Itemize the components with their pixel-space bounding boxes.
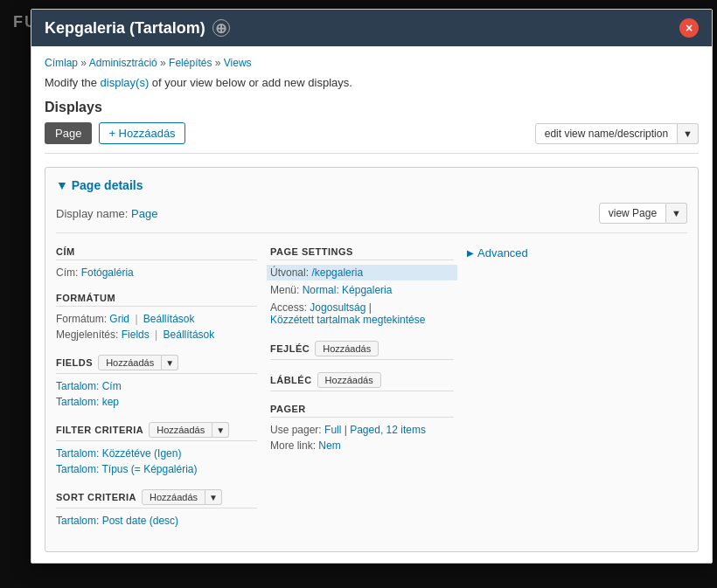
page-details-title[interactable]: Page details [56,178,143,192]
filter-item-1-link[interactable]: Tartalom: Típus (= Képgaléria) [56,463,198,475]
page-button[interactable]: Page [45,122,92,144]
edit-view-button[interactable]: edit view name/description [535,123,678,144]
more-link-row: More link: Nem [270,438,454,453]
filter-add-button[interactable]: Hozzáadás [149,422,212,438]
settings-columns: CÍM Cím: Fotógaléria FORMÁTUM Formátum: … [56,246,687,541]
formatum-row: Formátum: Grid | Beállítások [56,311,257,327]
breadcrumb-cimlap[interactable]: Címlap [45,57,78,69]
subtitle: Modify the display(s) of your view below… [45,76,699,89]
menu-row: Menü: Normal: Képgaleria [270,281,454,299]
lablec-add-button[interactable]: Hozzáadás [317,372,381,388]
megjelenites-value[interactable]: Fields [122,329,150,341]
use-pager-value2[interactable]: Paged, 12 items [350,424,426,436]
utvonal-label: Útvonal: [270,266,309,279]
lablec-section: LÁBLÉC Hozzáadás [270,372,454,391]
lablec-title: LÁBLÉC Hozzáadás [270,372,454,391]
modal: Kepgaleria (Tartalom) ⊕ × Címlap » Admin… [31,9,713,564]
page-settings-section: PAGE SETTINGS Útvonal: /kepgaleria Menü:… [270,246,454,329]
col-middle: PAGE SETTINGS Útvonal: /kepgaleria Menü:… [270,246,454,541]
fields-add-button[interactable]: Hozzáadás [98,355,162,370]
pager-title: PAGER [270,404,454,418]
page-details: Page details Display name: Page view Pag… [45,167,699,552]
sort-item-0-link[interactable]: Tartalom: Post date (desc) [56,515,178,527]
fields-add-dropdown[interactable]: ▼ [162,355,178,370]
more-link-value[interactable]: Nem [318,439,340,452]
display-name-label: Display name: [56,207,128,220]
cim-value[interactable]: Fotógaléria [81,266,134,279]
modal-title-text: Kepgaleria (Tartalom) [45,19,205,38]
megjelenites-settings[interactable]: Beállítások [164,329,215,341]
page-details-header: Page details [56,178,687,192]
col-right: Advanced [467,246,687,541]
sort-add-group: Hozzáadás ▼ [142,489,222,505]
sort-item-0: Tartalom: Post date (desc) [56,513,257,529]
view-page-dropdown[interactable]: ▼ [666,203,687,224]
utvonal-value[interactable]: /kepgaleria [311,266,363,279]
breadcrumb-views[interactable]: Views [224,57,252,69]
formatum-settings[interactable]: Beállítások [143,313,195,325]
breadcrumb-adminisztracio[interactable]: Adminisztráció [89,57,157,69]
fields-add-group: Hozzáadás ▼ [98,355,178,370]
menu-value[interactable]: Normal: Képgaleria [303,284,393,296]
breadcrumb-felepites[interactable]: Felépítés [169,57,212,69]
formatum-value[interactable]: Grid [109,313,129,325]
display-name-row: Display name: Page view Page ▼ [56,203,687,233]
modal-header: Kepgaleria (Tartalom) ⊕ × [31,10,712,46]
sort-add-dropdown[interactable]: ▼ [205,489,222,505]
utvonal-row: Útvonal: /kepgaleria [267,265,457,280]
filter-item-1: Tartalom: Típus (= Képgaléria) [56,461,257,477]
fields-item-1-link[interactable]: Tartalom: kep [56,396,119,408]
formatum-label: Formátum: [56,313,107,325]
breadcrumb: Címlap » Adminisztráció » Felépítés » Vi… [45,57,699,69]
col-left: CÍM Cím: Fotógaléria FORMÁTUM Formátum: … [56,246,257,541]
megjelenites-row: Megjelenítés: Fields | Beállítások [56,327,257,342]
display-name-value[interactable]: Page [131,207,157,220]
menu-label: Menü: [270,284,299,296]
page-settings-title: PAGE SETTINGS [270,246,454,260]
fields-item-0-link[interactable]: Tartalom: Cím [56,380,122,392]
displays-section-title: Displays [45,100,699,115]
cim-row: Cím: Fotógaléria [56,265,257,280]
add-display-button[interactable]: + Hozzáadás [99,122,184,144]
close-button[interactable]: × [679,18,699,38]
pager-section: PAGER Use pager: Full | Paged, 12 items … [270,404,454,453]
use-pager-label: Use pager: [270,424,322,436]
filter-item-0-link[interactable]: Tartalom: Közzétéve (Igen) [56,447,181,460]
filter-criteria-title: FILTER CRITERIA Hozzáadás ▼ [56,422,257,441]
sort-criteria-section: SORT CRITERIA Hozzáadás ▼ Tartalom: Post… [56,489,257,529]
access-value2[interactable]: Közzétett tartalmak megtekintése [270,314,425,326]
fejlec-add-button[interactable]: Hozzáadás [315,341,379,356]
sort-criteria-title: SORT CRITERIA Hozzáadás ▼ [56,489,257,508]
fields-section: FIELDS Hozzáadás ▼ Tartalom: Cím Tartalo… [56,355,257,410]
advanced-link[interactable]: Advanced [467,246,687,259]
view-page-group: view Page ▼ [599,203,687,224]
cim-title: CÍM [56,246,257,260]
more-link-label: More link: [270,439,316,452]
fields-item-1: Tartalom: kep [56,394,257,410]
modal-title: Kepgaleria (Tartalom) ⊕ [45,19,230,38]
fejlec-title: FEJLÉC Hozzáadás [270,341,454,360]
modal-body: Címlap » Adminisztráció » Felépítés » Vi… [31,46,712,563]
add-display-icon[interactable]: ⊕ [212,19,230,37]
edit-view-dropdown[interactable]: ▼ [678,123,699,144]
fields-item-0: Tartalom: Cím [56,378,257,394]
filter-add-dropdown[interactable]: ▼ [212,422,229,438]
cim-section: CÍM Cím: Fotógaléria [56,246,257,280]
access-label: Access: [270,301,307,314]
fields-title: FIELDS Hozzáadás ▼ [56,355,257,374]
use-pager-value1[interactable]: Full [324,424,341,436]
fejlec-section: FEJLÉC Hozzáadás [270,341,454,360]
access-value1[interactable]: Jogosultság [310,301,365,314]
megjelenites-label: Megjelenítés: [56,329,118,341]
formatum-title: FORMÁTUM [56,293,257,307]
cim-label: Cím: [56,266,78,279]
use-pager-row: Use pager: Full | Paged, 12 items [270,422,454,438]
formatum-section: FORMÁTUM Formátum: Grid | Beállítások Me… [56,293,257,342]
sort-add-button[interactable]: Hozzáadás [142,489,205,505]
edit-view-group: edit view name/description ▼ [535,123,699,144]
displays-bar: Page + Hozzáadás edit view name/descript… [45,122,699,154]
view-page-button[interactable]: view Page [599,203,666,224]
filter-item-0: Tartalom: Közzétéve (Igen) [56,446,257,461]
display-link[interactable]: display(s) [101,76,150,89]
filter-criteria-section: FILTER CRITERIA Hozzáadás ▼ Tartalom: Kö… [56,422,257,477]
